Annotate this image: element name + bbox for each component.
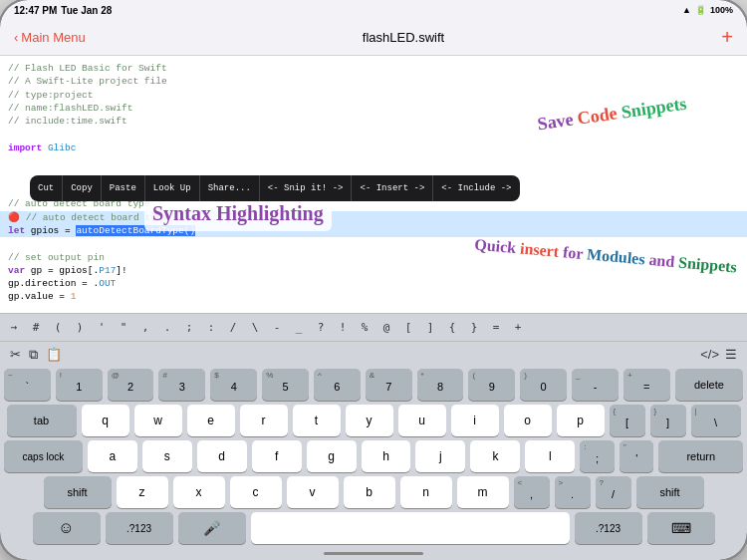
key-5[interactable]: %5 [262,369,309,401]
list-icon[interactable]: ☰ [725,347,737,362]
key-equals[interactable]: += [623,369,670,401]
editor-area[interactable]: // Flash LED Basic for Swift // A Swift-… [0,56,747,341]
key-w[interactable]: w [134,405,182,436]
key-shift-left[interactable]: shift [44,476,112,508]
key-t[interactable]: t [293,405,341,436]
key-backslash[interactable]: |\ [691,405,741,436]
key-f[interactable]: f [252,440,302,472]
key-period[interactable]: >. [555,476,591,508]
key-1[interactable]: !1 [56,369,103,401]
key-123-left[interactable]: .?123 [106,512,173,544]
code-section[interactable]: // Flash LED Basic for Swift // A Swift-… [0,56,747,313]
key-l[interactable]: l [525,440,575,472]
key-q[interactable]: q [82,405,129,436]
ctx-copy[interactable]: Copy [63,175,102,201]
char-underscore[interactable]: _ [293,321,305,334]
key-u[interactable]: u [398,405,446,436]
key-x[interactable]: x [173,476,225,508]
key-slash[interactable]: ?/ [596,476,631,508]
key-6[interactable]: ^6 [314,369,361,401]
key-0[interactable]: )0 [520,369,567,401]
key-i[interactable]: i [451,405,499,436]
key-r[interactable]: r [240,405,288,436]
char-plus[interactable]: + [512,321,524,334]
key-9[interactable]: (9 [468,369,515,401]
key-quote[interactable]: "' [620,440,654,472]
char-equals[interactable]: = [490,321,502,334]
char-dot[interactable]: . [161,321,173,334]
char-lbrace[interactable]: { [446,321,458,334]
char-exclaim[interactable]: ! [337,321,349,334]
key-c[interactable]: c [230,476,282,508]
back-button[interactable]: ‹ Main Menu [14,30,86,45]
char-percent[interactable]: % [359,321,371,334]
key-v[interactable]: v [287,476,339,508]
add-button[interactable]: + [721,26,733,49]
key-return[interactable]: return [658,440,743,472]
key-8[interactable]: *8 [417,369,464,401]
key-o[interactable]: o [504,405,552,436]
char-hash[interactable]: # [30,321,42,334]
key-4[interactable]: $4 [210,369,257,401]
char-lparen[interactable]: ( [52,321,64,334]
key-comma[interactable]: <, [514,476,550,508]
key-7[interactable]: &7 [366,369,412,401]
scissors-icon[interactable]: ✂ [10,347,21,362]
key-caps-lock[interactable]: caps lock [4,440,83,472]
ctx-lookup[interactable]: Look Up [145,175,200,201]
char-colon[interactable]: : [205,321,217,334]
key-tilde-grave[interactable]: ~` [4,369,51,401]
key-k[interactable]: k [470,440,520,472]
key-delete[interactable]: delete [675,369,743,401]
char-backslash[interactable]: \ [249,321,261,334]
ctx-include[interactable]: <- Include -> [433,175,519,201]
key-d[interactable]: d [197,440,247,472]
key-e[interactable]: e [187,405,235,436]
code-icon[interactable]: </> [700,347,719,362]
char-rbrace[interactable]: } [468,321,480,334]
key-m[interactable]: m [457,476,509,508]
char-semicolon[interactable]: ; [183,321,195,334]
key-z[interactable]: z [117,476,168,508]
key-tab[interactable]: tab [7,405,77,436]
ctx-insert[interactable]: <- Insert -> [352,175,433,201]
key-space[interactable] [251,512,570,544]
char-rparen[interactable]: ) [74,321,86,334]
clipboard-icon[interactable]: 📋 [46,347,62,362]
key-j[interactable]: j [415,440,465,472]
key-3[interactable]: #3 [158,369,205,401]
ctx-paste[interactable]: Paste [102,175,145,201]
key-123-right[interactable]: .?123 [575,512,642,544]
char-at[interactable]: @ [380,321,392,334]
key-emoji[interactable]: ☺ [33,512,101,544]
key-n[interactable]: n [400,476,452,508]
char-arrow[interactable]: → [8,321,20,334]
key-keyboard[interactable]: ⌨ [647,512,715,544]
char-dash[interactable]: - [271,321,283,334]
key-b[interactable]: b [344,476,395,508]
char-slash[interactable]: / [227,321,239,334]
key-minus[interactable]: _- [572,369,619,401]
key-shift-right[interactable]: shift [636,476,704,508]
key-p[interactable]: p [557,405,605,436]
key-a[interactable]: a [88,440,137,472]
key-rbrace[interactable]: }] [650,405,686,436]
key-y[interactable]: y [346,405,393,436]
key-lbrace[interactable]: {[ [610,405,645,436]
key-semicolon[interactable]: :; [580,440,615,472]
char-comma[interactable]: , [139,321,151,334]
char-rbracket[interactable]: ] [424,321,436,334]
char-dquote[interactable]: " [118,321,129,334]
ctx-cut[interactable]: Cut [30,175,63,201]
ctx-snip[interactable]: <- Snip it! -> [260,175,353,201]
copy-icon[interactable]: ⧉ [29,347,38,363]
key-h[interactable]: h [362,440,411,472]
ctx-share[interactable]: Share... [200,175,260,201]
key-g[interactable]: g [307,440,357,472]
key-2[interactable]: @2 [108,369,154,401]
char-question[interactable]: ? [315,321,327,334]
key-mic[interactable]: 🎤 [178,512,246,544]
char-lbracket[interactable]: [ [402,321,414,334]
key-s[interactable]: s [142,440,192,472]
char-squote[interactable]: ' [96,321,108,334]
